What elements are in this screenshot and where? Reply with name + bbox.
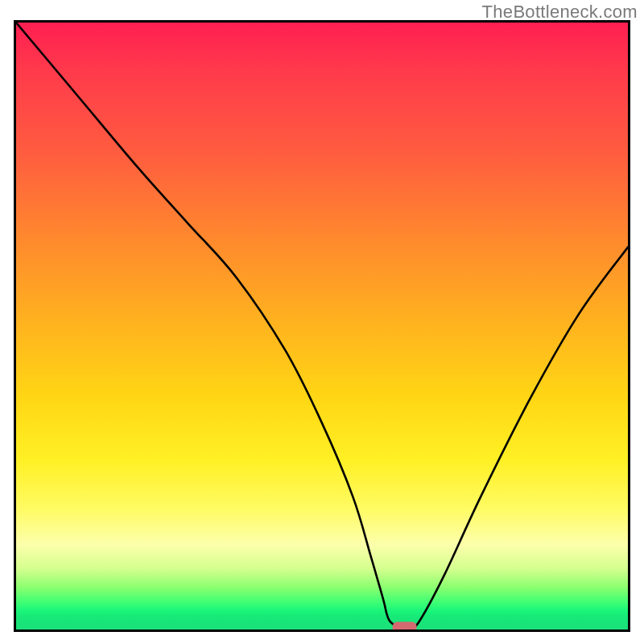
bottleneck-curve (16, 23, 628, 629)
watermark-text: TheBottleneck.com (482, 2, 638, 23)
chart-frame: TheBottleneck.com (0, 0, 644, 644)
chart-svg (16, 23, 628, 630)
plot-area (14, 20, 630, 632)
optimum-marker (393, 621, 417, 630)
